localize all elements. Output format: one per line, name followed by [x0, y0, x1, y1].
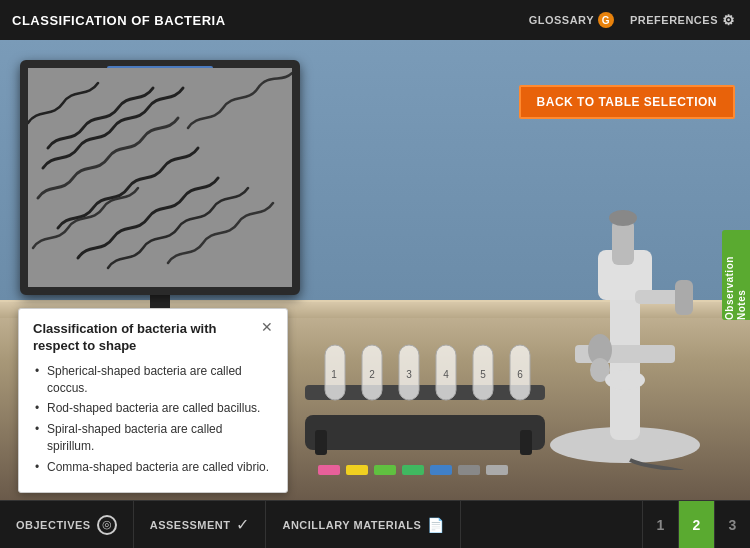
- microscope: [520, 150, 730, 470]
- monitor: [20, 60, 300, 295]
- monitor-frame: [20, 60, 300, 295]
- svg-point-12: [605, 370, 645, 390]
- bacteria-display: [28, 68, 292, 287]
- ancillary-doc-icon: 📄: [427, 517, 444, 533]
- popup-list-item: Rod-shaped bacteria are called bacillus.: [33, 400, 273, 417]
- color-btn-blue[interactable]: [430, 465, 452, 475]
- monitor-screen: [28, 68, 292, 287]
- header: CLASSIFICATION OF BACTERIA GLOSSARY G PR…: [0, 0, 750, 40]
- svg-text:1: 1: [331, 369, 337, 380]
- page-1[interactable]: 1: [642, 501, 678, 549]
- observation-notes-label: Observation Notes: [724, 230, 748, 320]
- svg-point-6: [609, 210, 637, 226]
- svg-text:6: 6: [517, 369, 523, 380]
- app-title: CLASSIFICATION OF BACTERIA: [12, 13, 226, 28]
- popup-list: Spherical-shaped bacteria are called coc…: [33, 363, 273, 476]
- glossary-label: GLOSSARY: [529, 14, 594, 26]
- color-btn-green2[interactable]: [402, 465, 424, 475]
- main-scene: BACK TO TABLE SELECTION Observation Note…: [0, 40, 750, 500]
- objectives-icon: ◎: [97, 515, 117, 535]
- svg-text:5: 5: [480, 369, 486, 380]
- objectives-section[interactable]: OBJECTIVES ◎: [0, 501, 134, 548]
- page-navigation: 1 2 3: [642, 501, 750, 549]
- svg-rect-15: [315, 430, 327, 455]
- assessment-label: ASSESSMENT: [150, 519, 231, 531]
- test-tube-rack: 1 2 3 4 5 6: [300, 330, 550, 460]
- preferences-button[interactable]: PREFERENCES ⚙: [630, 12, 738, 28]
- svg-rect-16: [520, 430, 532, 455]
- svg-rect-8: [675, 280, 693, 315]
- header-controls: GLOSSARY G PREFERENCES ⚙: [529, 12, 738, 28]
- page-2[interactable]: 2: [678, 501, 714, 549]
- back-to-table-button[interactable]: BACK TO TABLE SELECTION: [519, 85, 735, 119]
- color-buttons: [318, 465, 508, 475]
- gear-icon: ⚙: [722, 12, 738, 28]
- svg-rect-13: [305, 415, 545, 450]
- popup-header: Classification of bacteria with respect …: [33, 321, 273, 355]
- svg-text:4: 4: [443, 369, 449, 380]
- ancillary-section[interactable]: ANCILLARY MATERIALS 📄: [266, 501, 461, 548]
- svg-rect-5: [612, 220, 634, 265]
- glossary-icon: G: [598, 12, 614, 28]
- preferences-label: PREFERENCES: [630, 14, 718, 26]
- svg-text:2: 2: [369, 369, 375, 380]
- popup-list-item: Spiral-shaped bacteria are called spiril…: [33, 421, 273, 455]
- color-btn-yellow[interactable]: [346, 465, 368, 475]
- popup-title: Classification of bacteria with respect …: [33, 321, 253, 355]
- color-btn-green[interactable]: [374, 465, 396, 475]
- popup-close-button[interactable]: ✕: [261, 319, 273, 335]
- glossary-button[interactable]: GLOSSARY G: [529, 12, 614, 28]
- assessment-section[interactable]: ASSESSMENT ✓: [134, 501, 267, 548]
- objectives-label: OBJECTIVES: [16, 519, 91, 531]
- color-btn-gray[interactable]: [458, 465, 480, 475]
- popup-list-item: Comma-shaped bacteria are called vibrio.: [33, 459, 273, 476]
- color-btn-lightgray[interactable]: [486, 465, 508, 475]
- footer: OBJECTIVES ◎ ASSESSMENT ✓ ANCILLARY MATE…: [0, 500, 750, 548]
- info-popup: Classification of bacteria with respect …: [18, 308, 288, 493]
- color-btn-pink[interactable]: [318, 465, 340, 475]
- observation-notes-tab[interactable]: Observation Notes: [722, 230, 750, 320]
- page-3[interactable]: 3: [714, 501, 750, 549]
- assessment-check-icon: ✓: [236, 515, 249, 534]
- popup-list-item: Spherical-shaped bacteria are called coc…: [33, 363, 273, 397]
- svg-text:3: 3: [406, 369, 412, 380]
- ancillary-label: ANCILLARY MATERIALS: [282, 519, 421, 531]
